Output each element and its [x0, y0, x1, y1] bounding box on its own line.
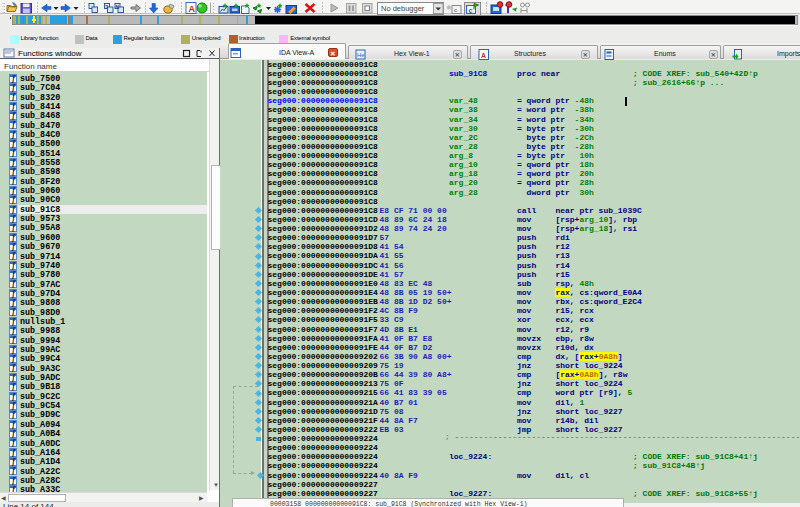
svg-text:N: N: [116, 4, 120, 10]
svg-text:A: A: [481, 52, 486, 59]
svg-text:No debugger: No debugger: [381, 4, 425, 13]
svg-text:c: c: [469, 7, 473, 14]
svg-text:A: A: [189, 4, 196, 14]
svg-text:He: He: [357, 52, 365, 58]
svg-text:c: c: [454, 7, 457, 13]
svg-text:?: ?: [105, 4, 108, 10]
